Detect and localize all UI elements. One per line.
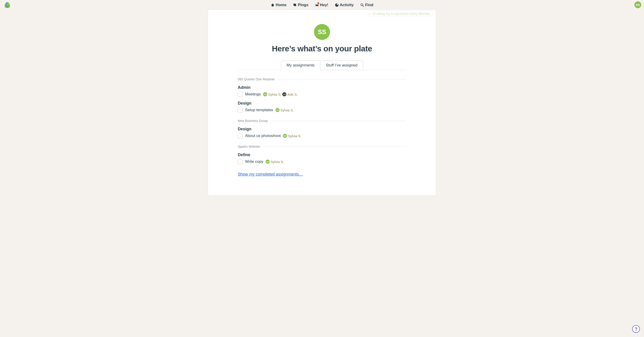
assignee[interactable]: SS Sylvia S. <box>276 108 294 112</box>
todo-checkbox[interactable] <box>238 133 243 138</box>
project-name[interactable]: New Business Group <box>238 119 270 122</box>
todo-title[interactable]: About us photoshoot <box>245 134 281 138</box>
nav-home-label: Home <box>276 3 286 7</box>
top-nav: Home Pings Hey! Activity Find SS <box>0 0 644 10</box>
assignee-name: Sylvia S. <box>288 134 301 138</box>
check-icon <box>368 12 371 15</box>
todo-row: Setup templates SS Sylvia S. <box>238 108 406 112</box>
project-block: 095 Quarter One Retainer Admin Meetings … <box>238 78 406 112</box>
assignee[interactable]: AS Ade S. <box>282 92 298 96</box>
tab-stuff-assigned[interactable]: Stuff I’ve assigned <box>320 60 363 70</box>
todo-row: About us photoshoot SS Sylvia S. <box>238 133 406 138</box>
assignments-content: 095 Quarter One Retainer Admin Meetings … <box>208 70 436 177</box>
todo-title[interactable]: Meetings <box>245 92 261 96</box>
svg-line-4 <box>363 6 364 6</box>
user-avatar[interactable]: SS <box>634 1 641 8</box>
assignees: SS Sylvia S. <box>283 134 301 138</box>
tabs: My assignments Stuff I’ve assigned <box>208 60 436 70</box>
todo-title[interactable]: Setup templates <box>245 108 273 112</box>
list-title[interactable]: Define <box>238 152 406 157</box>
assignees: SS Sylvia S. <box>266 160 284 164</box>
project-name[interactable]: Sparks Website <box>238 145 263 148</box>
assignee[interactable]: SS Sylvia S. <box>263 92 281 96</box>
todo-checkbox[interactable] <box>238 92 243 97</box>
nav-pings-label: Pings <box>298 3 308 7</box>
project-block: Sparks Website Define Write copy SS Sylv… <box>238 145 406 164</box>
assignee-avatar-icon: SS <box>266 160 270 164</box>
todo-row: Write copy SS Sylvia S. <box>238 159 406 164</box>
project-name[interactable]: 095 Quarter One Retainer <box>238 78 278 81</box>
activity-icon <box>335 3 339 7</box>
assignee-name: Ade S. <box>287 92 298 96</box>
notification-dot-icon <box>318 2 319 4</box>
main-card: Emailing my assignments every Monday SS … <box>208 10 436 195</box>
svg-point-0 <box>6 6 7 6</box>
assignee-avatar-icon: SS <box>283 134 287 138</box>
logo[interactable] <box>4 1 11 9</box>
tab-my-assignments[interactable]: My assignments <box>281 60 320 70</box>
assignee-name: Sylvia S. <box>268 92 281 96</box>
page-title: Here’s what’s on your plate <box>272 44 372 53</box>
profile-avatar[interactable]: SS <box>314 24 330 40</box>
show-completed-link[interactable]: Show my completed assignments… <box>238 172 303 177</box>
nav-activity[interactable]: Activity <box>335 3 354 7</box>
search-icon <box>360 3 364 7</box>
assignee[interactable]: SS Sylvia S. <box>266 160 284 164</box>
nav-activity-label: Activity <box>340 3 354 7</box>
list-title[interactable]: Design <box>238 127 406 132</box>
nav-find-label: Find <box>365 3 374 7</box>
home-icon <box>270 3 275 7</box>
project-block: New Business Group Design About us photo… <box>238 119 406 138</box>
assignee-name: Sylvia S. <box>270 160 284 164</box>
nav-home[interactable]: Home <box>270 3 286 7</box>
nav-hey[interactable]: Hey! <box>315 3 328 7</box>
assignee-avatar-icon: SS <box>276 108 280 112</box>
nav-pings[interactable]: Pings <box>293 3 308 7</box>
banner-text: Emailing my assignments every Monday <box>372 12 430 16</box>
todo-checkbox[interactable] <box>238 159 243 164</box>
nav-hey-label: Hey! <box>320 3 328 7</box>
assignee-avatar-icon: AS <box>282 92 286 96</box>
assignee-name: Sylvia S. <box>280 108 294 112</box>
assignees: SS Sylvia S. AS Ade S. <box>263 92 298 96</box>
help-button[interactable]: ? <box>632 325 640 333</box>
assignees: SS Sylvia S. <box>276 108 294 112</box>
assignee[interactable]: SS Sylvia S. <box>283 134 301 138</box>
todo-row: Meetings SS Sylvia S. AS Ade S. <box>238 92 406 97</box>
nav-find[interactable]: Find <box>360 3 374 7</box>
pings-icon <box>293 3 297 7</box>
todo-title[interactable]: Write copy <box>245 159 263 164</box>
assignee-avatar-icon: SS <box>263 92 267 96</box>
list-title[interactable]: Design <box>238 101 406 106</box>
email-schedule-banner[interactable]: Emailing my assignments every Monday <box>366 11 433 17</box>
list-title[interactable]: Admin <box>238 85 406 90</box>
svg-point-1 <box>8 6 9 6</box>
todo-checkbox[interactable] <box>238 108 243 112</box>
